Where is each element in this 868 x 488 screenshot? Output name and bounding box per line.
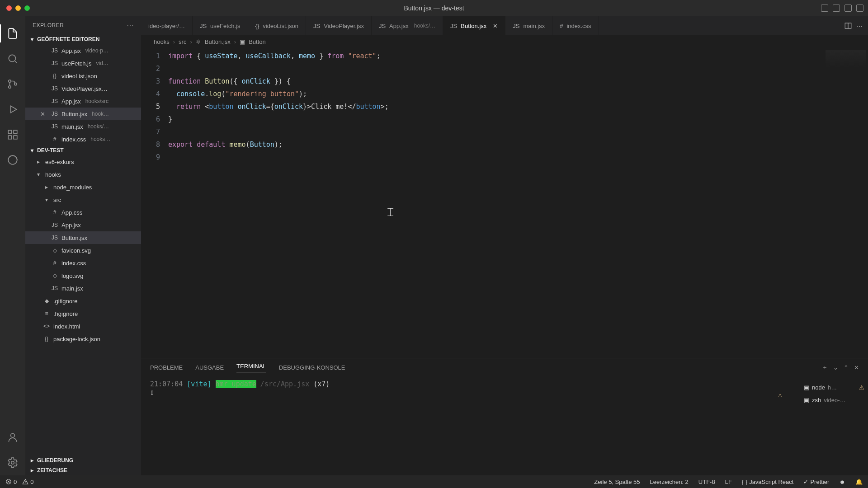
tree-label: index.css [61,260,86,267]
folder-item[interactable]: ▾hooks [25,168,141,181]
status-indentation[interactable]: Leerzeichen: 2 [650,479,689,485]
run-debug-icon[interactable] [0,97,25,122]
file-item[interactable]: ◇logo.svg [25,269,141,282]
editor-tab[interactable]: ideo-player/… [141,16,193,35]
editor-tab[interactable]: JSVideoPlayer.jsx [306,16,372,35]
chevron-down-icon: ▾ [29,147,35,154]
breadcrumb-part[interactable]: src [179,38,186,45]
file-item[interactable]: #index.css [25,257,141,269]
status-cursor-position[interactable]: Zeile 5, Spalte 55 [594,479,640,485]
panel-tab-debug[interactable]: DEBUGGING-KONSOLE [279,364,345,371]
tab-label: ideo-player/… [148,23,185,29]
close-window-icon[interactable] [6,5,12,11]
open-editor-item[interactable]: JSApp.jsxvideo-p… [25,44,141,57]
terminal-icon: ▣ [804,384,809,391]
chevron-right-icon: › [173,38,175,45]
file-item[interactable]: ◇favicon.svg [25,244,141,257]
split-editor-icon[interactable] [844,22,852,30]
open-editors-header[interactable]: ▾ GEÖFFNETE EDITOREN [25,34,141,44]
status-errors[interactable]: 0 [5,479,17,485]
warning-icon[interactable]: ⚠ [778,391,782,399]
toggle-secondary-side-icon[interactable] [844,5,852,12]
code-content[interactable]: import { useState, useCallback, memo } f… [168,48,868,358]
file-item[interactable]: JSmain.jsx [25,282,141,295]
edge-tools-icon[interactable] [0,147,25,173]
open-editor-item[interactable]: JSApp.jsxhooks/src [25,95,141,108]
folder-item[interactable]: ▸es6-exkurs [25,155,141,168]
open-editor-item[interactable]: {}videoList.json [25,70,141,82]
tab-label: Button.jsx [461,23,486,29]
customize-layout-icon[interactable] [856,5,863,12]
close-panel-icon[interactable]: ✕ [854,364,859,371]
accounts-icon[interactable] [0,425,25,450]
breadcrumb-part[interactable]: Button [249,38,266,45]
close-icon[interactable]: ✕ [493,23,498,29]
more-actions-icon[interactable]: ⋯ [857,23,863,29]
terminal-process[interactable]: ▣zshvideo-… [804,394,864,406]
file-label: App.jsx [61,98,81,105]
panel-tab-output[interactable]: AUSGABE [195,364,224,371]
extensions-icon[interactable] [0,122,25,147]
editor-tab[interactable]: #index.css [552,16,599,35]
chevron-right-icon: › [190,38,192,45]
toggle-primary-side-icon[interactable] [821,5,828,12]
line-gutter: 123456789 [141,48,168,358]
status-encoding[interactable]: UTF-8 [698,479,715,485]
close-icon[interactable]: ✕ [39,111,46,117]
file-item[interactable]: JSButton.jsx [25,231,141,244]
file-item[interactable]: ◆.gitignore [25,295,141,307]
file-item[interactable]: #App.css [25,206,141,219]
status-warnings[interactable]: 0 [22,479,33,485]
file-label: Button.jsx [61,111,87,117]
panel-tab-terminal[interactable]: TERMINAL [236,363,266,372]
open-editor-item[interactable]: #index.csshooks… [25,133,141,145]
terminal-process[interactable]: ▣nodeh…⚠ [804,381,864,394]
sidebar-more-icon[interactable]: ⋯ [127,21,134,30]
file-item[interactable]: ≡.hgignore [25,307,141,320]
editor-tab[interactable]: JSmain.jsx [505,16,552,35]
open-editor-item[interactable]: JSVideoPlayer.jsx… [25,82,141,95]
warning-icon: ⚠ [859,384,864,391]
maximize-panel-icon[interactable]: ⌃ [844,364,849,371]
folder-item[interactable]: ▸node_modules [25,181,141,193]
breadcrumb-part[interactable]: hooks [154,38,170,45]
terminal-msg: hmr update [216,380,256,388]
minimize-window-icon[interactable] [15,5,21,11]
new-terminal-icon[interactable]: ＋ [822,363,828,371]
maximize-window-icon[interactable] [24,5,30,11]
status-notifications-icon[interactable]: 🔔 [855,479,863,485]
symbol-icon: ▣ [240,38,245,45]
open-editor-item[interactable]: ✕JSButton.jsxhook… [25,108,141,120]
timeline-header[interactable]: ▸ ZEITACHSE [25,465,141,475]
editor-tab[interactable]: {}videoList.json [248,16,306,35]
project-header[interactable]: ▾ DEV-TEST [25,145,141,155]
open-editor-item[interactable]: JSuseFetch.jsvid… [25,57,141,70]
minimap[interactable] [826,50,866,68]
breadcrumb-part[interactable]: Button.jsx [205,38,231,45]
status-eol[interactable]: LF [725,479,732,485]
search-icon[interactable] [0,46,25,71]
toggle-panel-icon[interactable] [833,5,840,12]
editor-tab[interactable]: JSApp.jsxhooks/… [372,16,443,35]
terminal-dropdown-icon[interactable]: ⌄ [833,364,838,371]
file-item[interactable]: {}package-lock.json [25,333,141,345]
source-control-icon[interactable] [0,71,25,97]
editor-tab[interactable]: JSButton.jsx✕ [443,16,505,35]
outline-header[interactable]: ▸ GLIEDERUNG [25,455,141,465]
settings-gear-icon[interactable] [0,450,25,475]
editor-tab[interactable]: JSuseFetch.js [193,16,248,35]
breadcrumb[interactable]: hooks › src › ⚛ Button.jsx › ▣ Button [141,35,868,48]
process-name: zsh [812,397,821,404]
file-item[interactable]: JSApp.jsx [25,219,141,231]
panel-tab-problems[interactable]: PROBLEME [150,364,183,371]
code-editor[interactable]: 123456789 import { useState, useCallback… [141,48,868,358]
terminal-output[interactable]: 21:07:04 [vite] hmr update /src/App.jsx … [141,376,800,475]
explorer-icon[interactable] [0,21,25,46]
open-editor-item[interactable]: JSmain.jsxhooks/… [25,120,141,133]
file-item[interactable]: <>index.html [25,320,141,333]
file-icon: # [51,260,59,266]
status-feedback-icon[interactable]: ☻ [839,479,845,485]
status-prettier[interactable]: ✓ Prettier [803,479,829,485]
folder-item[interactable]: ▾src [25,193,141,206]
status-language[interactable]: { } JavaScript React [742,479,794,485]
